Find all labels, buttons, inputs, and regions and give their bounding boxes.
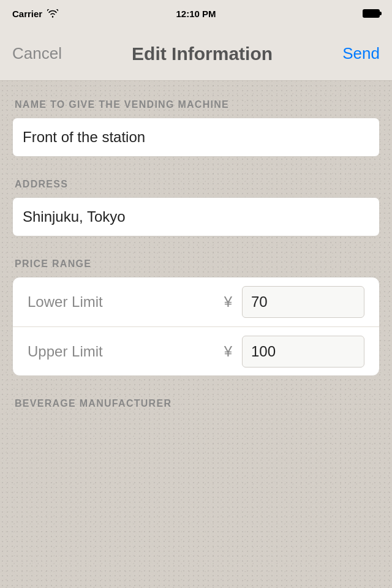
lower-limit-input[interactable] bbox=[242, 286, 364, 318]
form-content: NAME TO GIVE THE VENDING MACHINE ADDRESS… bbox=[0, 81, 392, 428]
upper-limit-currency: ¥ bbox=[224, 343, 232, 360]
upper-limit-label: Upper Limit bbox=[28, 343, 224, 360]
carrier-label: Carrier bbox=[12, 9, 42, 19]
upper-limit-input[interactable] bbox=[242, 336, 364, 368]
price-card: Lower Limit ¥ Upper Limit ¥ bbox=[12, 277, 380, 376]
beverage-section-label: BEVERAGE MANUFACTURER bbox=[12, 398, 380, 409]
address-section-label: ADDRESS bbox=[12, 179, 380, 190]
name-section-label: NAME TO GIVE THE VENDING MACHINE bbox=[12, 99, 380, 110]
lower-limit-currency: ¥ bbox=[224, 293, 232, 311]
price-range-label: PRICE RANGE bbox=[12, 258, 380, 270]
price-range-section: PRICE RANGE Lower Limit ¥ Upper Limit ¥ bbox=[12, 258, 380, 376]
battery-icon bbox=[363, 9, 380, 18]
address-input[interactable] bbox=[12, 197, 380, 236]
lower-limit-label: Lower Limit bbox=[28, 293, 224, 311]
cancel-button[interactable]: Cancel bbox=[12, 38, 62, 69]
address-section: ADDRESS bbox=[12, 179, 380, 236]
status-bar-left: Carrier bbox=[12, 9, 58, 19]
upper-limit-row: Upper Limit ¥ bbox=[13, 326, 379, 375]
status-bar-time: 12:10 PM bbox=[176, 9, 216, 19]
status-bar-right bbox=[363, 9, 380, 18]
page-title: Edit Information bbox=[132, 43, 273, 64]
name-section: NAME TO GIVE THE VENDING MACHINE bbox=[12, 99, 380, 157]
nav-bar: Cancel Edit Information Send bbox=[0, 27, 392, 81]
name-input[interactable] bbox=[12, 118, 380, 157]
status-bar: Carrier 12:10 PM bbox=[0, 0, 392, 27]
wifi-icon bbox=[47, 9, 58, 18]
lower-limit-row: Lower Limit ¥ bbox=[13, 277, 379, 326]
svg-point-0 bbox=[52, 16, 53, 17]
beverage-section: BEVERAGE MANUFACTURER bbox=[12, 398, 380, 409]
send-button[interactable]: Send bbox=[342, 38, 380, 69]
